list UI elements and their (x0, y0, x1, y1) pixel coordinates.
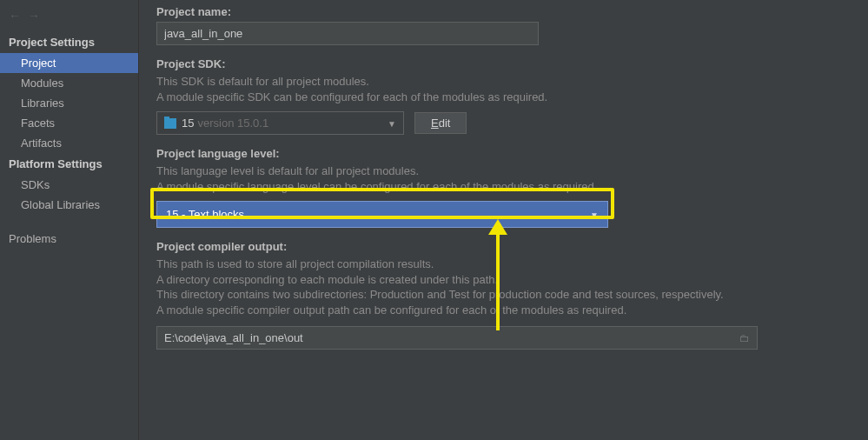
sidebar: ← → Project Settings Project Modules Lib… (0, 0, 139, 440)
sdk-version: version 15.0.1 (197, 117, 268, 130)
folder-browse-icon[interactable]: 🗀 (739, 332, 750, 344)
nav-arrows: ← → (0, 5, 138, 31)
language-level-desc1: This language level is default for all p… (156, 163, 851, 179)
project-settings-header: Project Settings (0, 31, 138, 53)
compiler-output-value: E:\code\java_all_in_one\out (164, 331, 303, 344)
sidebar-item-sdks[interactable]: SDKs (0, 175, 138, 195)
project-sdk-desc1: This SDK is default for all project modu… (156, 74, 851, 90)
main-panel: Project name: Project SDK: This SDK is d… (139, 0, 868, 440)
project-sdk-desc2: A module specific SDK can be configured … (156, 90, 851, 105)
compiler-output-desc1: This path is used to store all project c… (156, 257, 851, 272)
sidebar-item-artifacts[interactable]: Artifacts (0, 133, 138, 153)
project-name-label: Project name: (156, 5, 851, 18)
project-sdk-combo[interactable]: 15version 15.0.1 ▼ (156, 111, 404, 135)
compiler-output-desc3: This directory contains two subdirectori… (156, 287, 851, 303)
compiler-output-desc4: A module specific compiler output path c… (156, 303, 851, 318)
sidebar-item-project[interactable]: Project (0, 53, 138, 73)
chevron-down-icon: ▼ (590, 210, 599, 219)
sidebar-item-facets[interactable]: Facets (0, 113, 138, 133)
sidebar-item-modules[interactable]: Modules (0, 73, 138, 93)
sidebar-item-global-libraries[interactable]: Global Libraries (0, 195, 138, 215)
back-arrow-icon[interactable]: ← (9, 9, 21, 23)
language-level-combo[interactable]: 15 - Text blocks ▼ (156, 201, 608, 228)
language-level-desc2: A module specific language level can be … (156, 179, 851, 195)
compiler-output-desc2: A directory corresponding to each module… (156, 272, 851, 288)
language-level-label: Project language level: (156, 147, 851, 160)
compiler-output-input[interactable]: E:\code\java_all_in_one\out 🗀 (156, 326, 758, 350)
platform-settings-header: Platform Settings (0, 153, 138, 175)
sidebar-item-libraries[interactable]: Libraries (0, 93, 138, 113)
folder-icon (164, 118, 176, 129)
edit-sdk-button[interactable]: Edit (414, 112, 467, 134)
sdk-name: 15 (182, 117, 194, 130)
compiler-output-label: Project compiler output: (156, 240, 851, 253)
chevron-down-icon: ▼ (388, 118, 396, 128)
sidebar-item-problems[interactable]: Problems (0, 229, 138, 249)
project-name-input[interactable] (156, 22, 539, 45)
project-sdk-label: Project SDK: (156, 57, 851, 70)
language-level-selected: 15 - Text blocks (166, 208, 244, 221)
forward-arrow-icon[interactable]: → (28, 9, 40, 23)
